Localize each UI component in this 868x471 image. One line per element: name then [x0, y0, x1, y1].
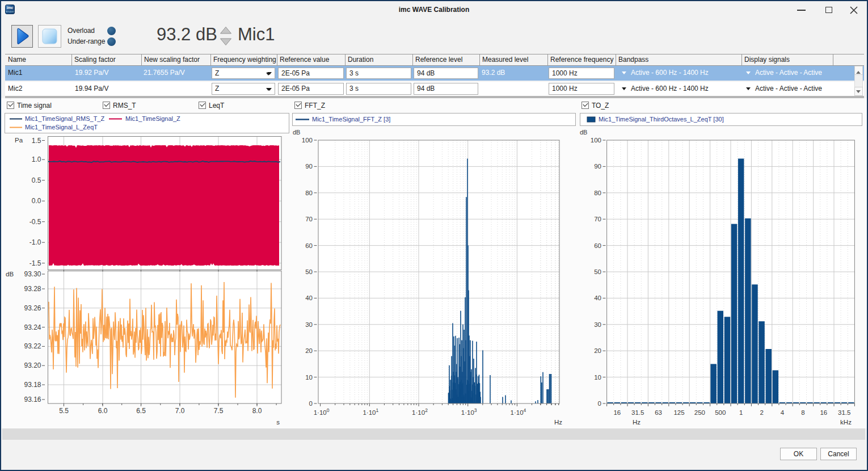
svg-text:80: 80	[305, 190, 313, 196]
svg-text:93.20: 93.20	[24, 361, 41, 369]
svg-text:Mic1_TimeSignal_RMS_T_Z: Mic1_TimeSignal_RMS_T_Z	[25, 115, 104, 122]
svg-text:0.0: 0.0	[32, 197, 41, 205]
svg-text:5.5: 5.5	[59, 407, 69, 415]
svg-text:50: 50	[305, 268, 313, 275]
svg-text:Mic1_TimeSignal_Z: Mic1_TimeSignal_Z	[125, 115, 180, 122]
svg-text:16: 16	[820, 409, 827, 416]
svg-text:6.0: 6.0	[98, 407, 108, 415]
svg-text:70: 70	[305, 216, 313, 222]
svg-text:8: 8	[801, 409, 804, 416]
svg-text:Mic1_TimeSignal_ThirdOctaves_L: Mic1_TimeSignal_ThirdOctaves_L_ZeqT [30]	[599, 116, 724, 123]
svg-text:s: s	[276, 419, 280, 426]
svg-text:kHz: kHz	[840, 419, 852, 426]
svg-text:Mic1_TimeSignal_L_ZeqT: Mic1_TimeSignal_L_ZeqT	[25, 124, 98, 131]
svg-text:250: 250	[694, 409, 705, 416]
svg-text:70: 70	[594, 216, 601, 222]
svg-text:63: 63	[655, 409, 662, 416]
svg-text:31.5: 31.5	[631, 409, 644, 416]
svg-text:Pa: Pa	[15, 137, 23, 144]
svg-text:90: 90	[594, 163, 601, 170]
svg-text:93.24: 93.24	[24, 323, 41, 331]
svg-text:40: 40	[305, 295, 313, 301]
svg-text:dB: dB	[580, 129, 587, 136]
svg-text:80: 80	[594, 190, 601, 196]
svg-text:Hz: Hz	[633, 419, 641, 426]
svg-text:-1.0: -1.0	[30, 238, 41, 246]
svg-text:4: 4	[781, 409, 785, 416]
svg-text:-1.5: -1.5	[30, 259, 41, 267]
svg-text:1.0: 1.0	[32, 155, 41, 163]
svg-text:10: 10	[305, 374, 313, 381]
svg-text:1.5: 1.5	[32, 137, 41, 145]
svg-text:31.5: 31.5	[838, 409, 850, 416]
svg-text:Hz: Hz	[554, 419, 562, 426]
svg-text:0: 0	[309, 400, 313, 407]
svg-text:7.0: 7.0	[175, 407, 185, 415]
svg-text:125: 125	[673, 409, 684, 416]
svg-text:7.5: 7.5	[214, 407, 224, 415]
svg-text:1·101: 1·101	[363, 407, 378, 416]
svg-text:93.26: 93.26	[24, 304, 41, 312]
svg-text:60: 60	[305, 242, 313, 249]
svg-text:1·102: 1·102	[412, 407, 428, 416]
svg-text:10: 10	[594, 374, 601, 381]
svg-text:93.22: 93.22	[24, 342, 41, 350]
svg-text:20: 20	[594, 347, 601, 354]
svg-text:93.30: 93.30	[24, 270, 41, 278]
svg-text:dB: dB	[293, 129, 300, 136]
svg-text:Mic1_TimeSignal_FFT_Z [3]: Mic1_TimeSignal_FFT_Z [3]	[312, 116, 390, 123]
svg-text:60: 60	[594, 242, 601, 249]
svg-text:30: 30	[305, 321, 313, 328]
svg-text:dB: dB	[6, 271, 14, 277]
svg-text:2: 2	[760, 409, 763, 416]
svg-text:8.0: 8.0	[252, 407, 262, 415]
svg-text:93.28: 93.28	[24, 285, 41, 293]
svg-text:0.5: 0.5	[32, 176, 41, 184]
svg-text:40: 40	[594, 295, 601, 301]
svg-text:1: 1	[739, 409, 743, 416]
svg-text:6.5: 6.5	[136, 407, 146, 415]
svg-text:100: 100	[302, 137, 313, 144]
svg-text:20: 20	[305, 347, 313, 354]
svg-text:93.16: 93.16	[24, 396, 41, 403]
svg-text:50: 50	[594, 268, 601, 275]
svg-text:30: 30	[594, 321, 601, 328]
svg-text:90: 90	[305, 163, 313, 170]
svg-text:500: 500	[715, 409, 726, 416]
svg-text:1·104: 1·104	[511, 407, 526, 416]
svg-text:93.18: 93.18	[24, 381, 41, 389]
svg-text:-0.5: -0.5	[30, 218, 41, 226]
svg-text:100: 100	[591, 137, 601, 144]
svg-text:1·100: 1·100	[314, 407, 330, 416]
svg-text:16: 16	[613, 409, 621, 416]
svg-text:0: 0	[598, 400, 601, 407]
svg-text:1·103: 1·103	[461, 407, 477, 416]
